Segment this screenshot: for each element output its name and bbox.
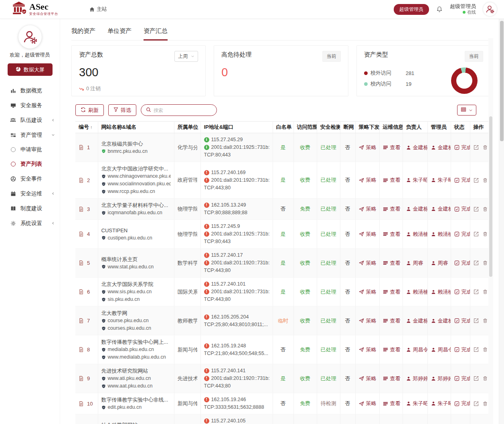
sidebar-item-8[interactable]: 系统设置: [0, 216, 60, 231]
domain-entry[interactable]: www.chinagovernance.pku.edu.cn: [101, 172, 171, 180]
ops-view-link[interactable]: 查看: [383, 144, 399, 151]
ops-view-link[interactable]: 查看: [383, 176, 399, 184]
admin-link[interactable]: 周睿: [431, 260, 447, 267]
policy-link[interactable]: 策略: [359, 288, 376, 296]
user-avatar[interactable]: [483, 2, 497, 16]
policy-link[interactable]: 策略: [359, 231, 376, 238]
delete-button[interactable]: [483, 178, 488, 183]
owner-link[interactable]: 金建栋: [406, 317, 424, 325]
data-screen-button[interactable]: 数据大屏: [8, 63, 53, 76]
domain-entry[interactable]: custipen.pku.edu.cn: [101, 234, 171, 242]
domain-entry[interactable]: www.medialab.pku.edu.cn: [101, 353, 171, 361]
domain-entry[interactable]: www.aat.pku.edu.cn: [101, 382, 171, 390]
status-link[interactable]: 完成: [454, 317, 467, 325]
edit-button[interactable]: [474, 178, 479, 183]
policy-link[interactable]: 策略: [359, 346, 376, 353]
period-select[interactable]: 上周: [174, 51, 198, 62]
domain-entry[interactable]: bnmrc.pku.edu.cn: [101, 148, 171, 155]
owner-link[interactable]: 周昌令: [406, 346, 424, 353]
owner-link[interactable]: 赖清楠: [406, 288, 424, 296]
admin-link[interactable]: 金建栋: [431, 144, 447, 151]
admin-link[interactable]: 郑婷婷: [431, 375, 447, 382]
edit-button[interactable]: [474, 347, 479, 352]
admin-link[interactable]: 金建栋: [431, 317, 447, 325]
status-link[interactable]: 完成: [454, 176, 467, 184]
search-input[interactable]: [154, 108, 206, 113]
sidebar-item-5[interactable]: 安全事件: [0, 171, 60, 186]
policy-link[interactable]: 策略: [359, 317, 376, 325]
domain-entry[interactable]: sis.pku.edu.cn: [101, 296, 171, 303]
status-link[interactable]: 完成: [454, 205, 467, 213]
status-link[interactable]: 完成: [454, 400, 467, 407]
status-link[interactable]: 完成: [454, 260, 467, 267]
domain-entry[interactable]: www.socialinnovation.pku.edu.c...: [101, 180, 171, 188]
edit-button[interactable]: [474, 401, 479, 406]
owner-link[interactable]: 郑婷婷: [406, 375, 424, 382]
edit-button[interactable]: [474, 260, 479, 266]
sidebar-item-2[interactable]: 安全服务: [0, 98, 60, 113]
delete-button[interactable]: [483, 318, 488, 323]
policy-link[interactable]: 策略: [359, 260, 376, 267]
status-link[interactable]: 完成: [454, 231, 467, 238]
domain-entry[interactable]: www.sis.pku.edu.cn: [101, 288, 171, 296]
breadcrumb-home[interactable]: 主站: [89, 6, 107, 13]
status-link[interactable]: 完成: [454, 375, 467, 382]
policy-link[interactable]: 策略: [359, 205, 376, 213]
owner-link[interactable]: 朱子昭: [406, 176, 424, 184]
domain-entry[interactable]: www.ati.pku.edu.cn: [101, 375, 171, 382]
ops-view-link[interactable]: 查看: [383, 205, 399, 213]
domain-entry[interactable]: icqmnanofab.pku.edu.cn: [101, 209, 171, 217]
column-header-8[interactable]: 断网: [340, 122, 355, 133]
domain-entry[interactable]: www.stat.pku.edu.cn: [101, 263, 171, 271]
ops-view-link[interactable]: 查看: [383, 317, 399, 325]
sidebar-subitem-资产列表[interactable]: 资产列表: [0, 157, 60, 171]
delete-button[interactable]: [483, 401, 488, 406]
column-header-9[interactable]: 策略下发: [355, 122, 379, 133]
column-header-2[interactable]: 网站名称&域名: [98, 122, 174, 133]
column-header-12[interactable]: 管理员: [427, 122, 451, 133]
column-header-3[interactable]: 所属单位: [174, 122, 200, 133]
ops-view-link[interactable]: 查看: [383, 231, 399, 238]
policy-link[interactable]: 策略: [359, 144, 376, 151]
tab-2[interactable]: 单位资产: [107, 27, 132, 40]
column-header-10[interactable]: 运维信息: [379, 122, 403, 133]
sidebar-item-7[interactable]: 制度建设: [0, 201, 60, 216]
domain-entry[interactable]: courses.pku.edu.cn: [101, 325, 171, 332]
column-header-13[interactable]: 状态: [451, 122, 470, 133]
delete-button[interactable]: [483, 376, 488, 381]
delete-button[interactable]: [483, 347, 488, 352]
policy-link[interactable]: 策略: [359, 375, 376, 382]
edit-button[interactable]: [474, 145, 479, 150]
ops-view-link[interactable]: 查看: [383, 400, 399, 407]
ops-view-link[interactable]: 查看: [383, 375, 399, 382]
sidebar-item-3[interactable]: 队伍建设: [0, 113, 60, 128]
column-header-5[interactable]: 白名单: [273, 122, 293, 133]
column-header-1[interactable]: 编号↑: [75, 122, 98, 133]
admin-link[interactable]: 赖清楠: [431, 231, 447, 238]
edit-button[interactable]: [474, 376, 479, 381]
sidebar-subitem-申请审批[interactable]: 申请审批: [0, 142, 60, 157]
edit-button[interactable]: [474, 231, 479, 237]
admin-link[interactable]: 金建栋: [431, 205, 447, 213]
admin-link[interactable]: 周昌令: [431, 346, 447, 353]
edit-button[interactable]: [474, 289, 479, 294]
sidebar-item-4[interactable]: 资产管理: [0, 128, 60, 142]
domain-entry[interactable]: course.pku.edu.cn: [101, 317, 171, 325]
owner-link[interactable]: 赖清楠: [406, 231, 424, 238]
sidebar-item-1[interactable]: 数据概览: [0, 83, 60, 98]
notification-bell-icon[interactable]: [436, 6, 443, 12]
admin-link[interactable]: 赖清楠: [431, 288, 447, 296]
owner-link[interactable]: 金建栋: [406, 205, 424, 213]
column-header-6[interactable]: 访问范围: [293, 122, 317, 133]
policy-link[interactable]: 策略: [359, 176, 376, 184]
content-scrollbar[interactable]: [488, 38, 493, 424]
column-header-4[interactable]: IP地址&端口: [200, 122, 273, 133]
sort-asc-icon[interactable]: ↑: [90, 125, 93, 130]
edit-button[interactable]: [474, 318, 479, 323]
status-link[interactable]: 完成: [454, 144, 467, 151]
status-link[interactable]: 完成: [454, 288, 467, 296]
tab-1[interactable]: 我的资产: [71, 27, 95, 40]
ops-view-link[interactable]: 查看: [383, 346, 399, 353]
policy-link[interactable]: 策略: [359, 400, 376, 407]
window-scrollbar[interactable]: [499, 0, 504, 424]
